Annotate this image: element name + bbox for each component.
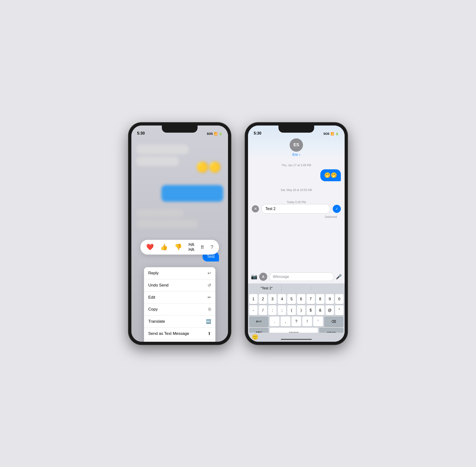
key-minus[interactable]: - xyxy=(249,305,258,315)
contact-name[interactable]: Eric xyxy=(292,153,300,156)
appstore-icon[interactable]: A xyxy=(259,273,267,281)
reaction-exclamation[interactable]: ‼ xyxy=(201,244,204,250)
phone-1: 5:30 SOS 📶 🔋 🟡🟡 ❤️ 👍 👎 HAHA ‼ ? xyxy=(128,123,231,345)
key-4[interactable]: 4 xyxy=(278,294,286,304)
reaction-question[interactable]: ? xyxy=(210,244,213,250)
emoji-message: 🤭🤭 xyxy=(252,169,341,181)
key-9[interactable]: 9 xyxy=(326,294,334,304)
menu-send-text[interactable]: Send as Text Message ⬆ xyxy=(144,328,215,340)
key-at[interactable]: @ xyxy=(326,305,334,315)
menu-edit[interactable]: Edit ✏ xyxy=(144,291,215,304)
blur-bubble-gray1 xyxy=(136,209,184,217)
notch-2 xyxy=(278,126,314,133)
edit-confirm-button[interactable]: ✓ xyxy=(333,205,341,213)
messages-area: Thu, Jan 27 at 3:49 PM 🤭🤭 Sat, May 28 at… xyxy=(248,159,345,270)
blur-bubble-2 xyxy=(136,156,179,166)
battery-icon-2: 🔋 xyxy=(335,132,339,135)
edit-input-field[interactable]: Test 2 xyxy=(261,204,330,214)
menu-send-text-icon: ⬆ xyxy=(208,331,211,336)
reaction-heart[interactable]: ❤️ xyxy=(146,243,154,251)
time-2: 5:30 xyxy=(254,131,261,135)
menu-reply[interactable]: Reply ↩ xyxy=(144,267,215,279)
keyboard: 1 2 3 4 5 6 7 8 9 0 - / : ; ( ) $ & xyxy=(248,293,345,342)
menu-edit-label: Edit xyxy=(148,295,155,300)
key-period[interactable]: . xyxy=(270,316,279,326)
menu-undo-send-label: Undo Send xyxy=(148,283,168,288)
phone-2-screen: 5:30 SOS 📶 🔋 ES Eric Thu, Jan 27 at 3:49… xyxy=(248,126,345,342)
autocomplete-item-2[interactable] xyxy=(282,287,311,290)
blur-bubble-gray2 xyxy=(136,220,198,228)
key-6[interactable]: 6 xyxy=(297,294,305,304)
time-1: 5:30 xyxy=(137,131,145,135)
key-comma[interactable]: , xyxy=(281,316,290,326)
key-question[interactable]: ? xyxy=(291,316,301,326)
key-backspace[interactable]: ⌫ xyxy=(324,316,343,326)
camera-icon[interactable]: 📷 xyxy=(251,274,257,280)
menu-copy[interactable]: Copy ⎘ xyxy=(144,304,215,315)
reaction-thumbsup[interactable]: 👍 xyxy=(160,243,168,251)
menu-undo-send[interactable]: Undo Send ↺ xyxy=(144,279,215,291)
home-indicator-2 xyxy=(281,339,312,340)
emoji-bar: 🙂 xyxy=(248,333,345,342)
menu-more[interactable]: More... ⋯ xyxy=(144,340,215,342)
key-exclaim[interactable]: ! xyxy=(302,316,312,326)
reaction-thumbsdown[interactable]: 👎 xyxy=(175,243,182,251)
blur-bubble-1 xyxy=(136,144,188,154)
key-7[interactable]: 7 xyxy=(307,294,315,304)
blur-emoji: 🟡🟡 xyxy=(196,161,221,173)
emoji-picker-icon[interactable]: 🙂 xyxy=(252,334,258,340)
key-amp[interactable]: & xyxy=(316,305,324,315)
menu-copy-label: Copy xyxy=(148,307,158,312)
autocomplete-bar: "Test 2" xyxy=(248,283,345,293)
imessage-input[interactable]: iMessage xyxy=(269,272,334,281)
key-apostrophe[interactable]: ' xyxy=(313,316,323,326)
key-3[interactable]: 3 xyxy=(268,294,276,304)
autocomplete-item-1[interactable]: "Test 2" xyxy=(252,285,282,291)
mic-icon[interactable]: 🎤 xyxy=(336,274,342,280)
menu-translate-icon: 🔤 xyxy=(206,319,211,324)
keyboard-row-numbers: 1 2 3 4 5 6 7 8 9 0 xyxy=(248,293,345,304)
menu-undo-send-icon: ↺ xyxy=(208,283,211,288)
autocomplete-item-3[interactable] xyxy=(311,287,341,290)
key-lparen[interactable]: ( xyxy=(287,305,296,315)
key-dollar[interactable]: $ xyxy=(307,305,315,315)
menu-reply-icon: ↩ xyxy=(208,271,211,276)
reaction-haha[interactable]: HAHA xyxy=(188,242,194,252)
reaction-bar[interactable]: ❤️ 👍 👎 HAHA ‼ ? xyxy=(140,240,219,255)
timestamp-2: Sat, May 28 at 10:53 AM xyxy=(252,188,341,192)
phone-1-screen: 5:30 SOS 📶 🔋 🟡🟡 ❤️ 👍 👎 HAHA ‼ ? xyxy=(131,126,228,342)
key-rparen[interactable]: ) xyxy=(297,305,305,315)
timestamp-1: Thu, Jan 27 at 3:49 PM xyxy=(252,164,341,167)
blurred-chat: 🟡🟡 xyxy=(131,137,228,247)
phone-2: 5:30 SOS 📶 🔋 ES Eric Thu, Jan 27 at 3:49… xyxy=(245,123,348,345)
key-colon[interactable]: : xyxy=(268,305,276,315)
key-2[interactable]: 2 xyxy=(259,294,267,304)
menu-copy-icon: ⎘ xyxy=(209,307,211,312)
blur-bubble-blue xyxy=(161,185,223,202)
notch-1 xyxy=(162,126,198,133)
status-icons-2: SOS 📶 🔋 xyxy=(324,132,339,135)
key-5[interactable]: 5 xyxy=(287,294,296,304)
menu-translate-label: Translate xyxy=(148,319,165,324)
menu-translate[interactable]: Translate 🔤 xyxy=(144,315,215,328)
menu-edit-icon: ✏ xyxy=(208,295,211,300)
wifi-icon-1: 📶 xyxy=(214,132,217,135)
delivered-label: Delivered xyxy=(325,215,341,219)
input-bar: 📷 A iMessage 🎤 xyxy=(248,270,345,283)
key-semicolon[interactable]: ; xyxy=(278,305,286,315)
key-hash-plus-eq[interactable]: #+= xyxy=(249,316,268,326)
keyboard-row-3: #+= . , ? ! ' ⌫ xyxy=(248,315,345,326)
emoji-bubble: 🤭🤭 xyxy=(320,169,341,181)
key-quote[interactable]: " xyxy=(335,305,343,315)
wifi-icon-2: 📶 xyxy=(331,132,334,135)
key-0[interactable]: 0 xyxy=(335,294,343,304)
contact-avatar[interactable]: ES xyxy=(290,138,303,152)
key-1[interactable]: 1 xyxy=(249,294,258,304)
timestamp-today: Today 5:30 PM xyxy=(248,201,345,204)
sos-label-2: SOS xyxy=(324,132,329,135)
key-8[interactable]: 8 xyxy=(316,294,324,304)
sos-label-1: SOS xyxy=(207,132,213,135)
menu-reply-label: Reply xyxy=(148,271,159,275)
edit-cancel-button[interactable]: ✕ xyxy=(252,205,259,212)
key-slash[interactable]: / xyxy=(259,305,267,315)
